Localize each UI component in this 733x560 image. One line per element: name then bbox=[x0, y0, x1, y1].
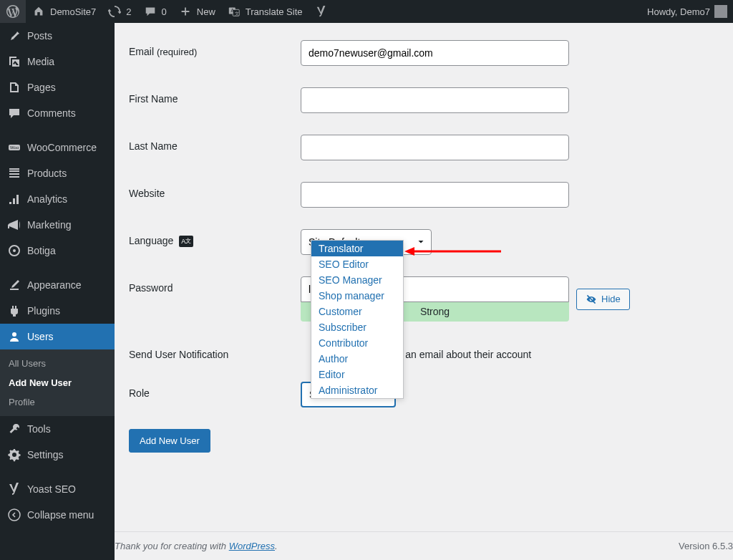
menu-media[interactable]: Media bbox=[0, 49, 115, 74]
submenu-all-users[interactable]: All Users bbox=[0, 354, 115, 373]
admin-sidebar: Posts Media Pages Comments WooWooCommerc… bbox=[0, 23, 115, 560]
collapse-menu[interactable]: Collapse menu bbox=[0, 502, 115, 528]
menu-plugins[interactable]: Plugins bbox=[0, 298, 115, 324]
menu-users[interactable]: Users bbox=[0, 324, 115, 349]
last-name-input[interactable] bbox=[301, 135, 569, 160]
role-option-author[interactable]: Author bbox=[311, 351, 403, 367]
tools-icon bbox=[7, 422, 21, 436]
menu-yoast[interactable]: Yoast SEO bbox=[0, 476, 115, 502]
hide-password-button[interactable]: Hide bbox=[576, 289, 630, 310]
add-new-user-button[interactable]: Add New User bbox=[129, 429, 210, 453]
wordpress-icon bbox=[6, 4, 20, 19]
menu-posts[interactable]: Posts bbox=[0, 23, 115, 49]
translation-icon: A文 bbox=[179, 236, 193, 247]
role-label: Role bbox=[129, 382, 301, 399]
avatar-icon bbox=[714, 5, 727, 18]
menu-marketing[interactable]: Marketing bbox=[0, 212, 115, 238]
yoast-icon bbox=[314, 4, 329, 19]
role-option-customer[interactable]: Customer bbox=[311, 304, 403, 319]
role-option-seo-editor[interactable]: SEO Editor bbox=[311, 256, 403, 272]
updates-count: 2 bbox=[126, 6, 131, 17]
svg-point-9 bbox=[9, 509, 20, 521]
my-account[interactable]: Howdy, Demo7 bbox=[641, 0, 733, 23]
main-content: Email (required) First Name Last Name We… bbox=[115, 23, 733, 560]
translate-icon: A文 bbox=[227, 4, 241, 19]
appearance-icon bbox=[7, 278, 21, 292]
settings-icon bbox=[7, 448, 21, 462]
woocommerce-icon: Woo bbox=[7, 140, 21, 155]
yoast-toolbar[interactable] bbox=[309, 0, 334, 23]
comment-icon bbox=[143, 4, 157, 19]
version-label: Version 6.5.3 bbox=[679, 541, 733, 551]
howdy-label: Howdy, Demo7 bbox=[647, 6, 710, 17]
new-label: New bbox=[197, 6, 215, 17]
admin-toolbar: DemoSite7 2 0 New A文 Translate Site Howd… bbox=[0, 0, 733, 23]
botiga-icon bbox=[7, 243, 21, 258]
svg-point-8 bbox=[12, 332, 16, 337]
translate-label: Translate Site bbox=[246, 6, 303, 17]
users-submenu: All Users Add New User Profile bbox=[0, 349, 115, 416]
last-name-label: Last Name bbox=[129, 135, 301, 152]
collapse-icon bbox=[7, 508, 21, 522]
yoast-menu-icon bbox=[7, 482, 21, 496]
email-label: Email (required) bbox=[129, 40, 301, 57]
menu-products[interactable]: Products bbox=[0, 160, 115, 186]
role-option-editor[interactable]: Editor bbox=[311, 367, 403, 382]
notification-label: Send User Notification bbox=[129, 343, 301, 360]
media-icon bbox=[7, 54, 21, 69]
pin-icon bbox=[7, 29, 21, 43]
comments-icon bbox=[7, 106, 21, 120]
eye-slash-icon bbox=[586, 294, 597, 305]
comments-count: 0 bbox=[162, 6, 167, 17]
products-icon bbox=[7, 166, 21, 180]
updates[interactable]: 2 bbox=[102, 0, 137, 23]
site-name-label: DemoSite7 bbox=[50, 6, 96, 17]
annotation-arrow bbox=[404, 246, 505, 257]
menu-comments[interactable]: Comments bbox=[0, 100, 115, 126]
first-name-input[interactable] bbox=[301, 87, 569, 113]
svg-marker-12 bbox=[404, 247, 414, 256]
update-icon bbox=[107, 4, 122, 19]
role-option-seo-manager[interactable]: SEO Manager bbox=[311, 272, 403, 288]
analytics-icon bbox=[7, 192, 21, 206]
translate-site[interactable]: A文 Translate Site bbox=[221, 0, 309, 23]
comments[interactable]: 0 bbox=[137, 0, 173, 23]
wp-logo[interactable] bbox=[0, 0, 26, 23]
email-input[interactable] bbox=[301, 40, 569, 66]
website-input[interactable] bbox=[301, 182, 569, 208]
role-option-shop-manager[interactable]: Shop manager bbox=[311, 288, 403, 304]
wordpress-link[interactable]: WordPress bbox=[229, 541, 275, 551]
pages-icon bbox=[7, 80, 21, 95]
menu-woocommerce[interactable]: WooWooCommerce bbox=[0, 135, 115, 160]
submenu-profile[interactable]: Profile bbox=[0, 392, 115, 412]
menu-appearance[interactable]: Appearance bbox=[0, 272, 115, 298]
plus-icon bbox=[178, 4, 193, 19]
role-option-translator[interactable]: Translator bbox=[311, 241, 403, 256]
users-icon bbox=[7, 329, 21, 344]
first-name-label: First Name bbox=[129, 87, 301, 105]
website-label: Website bbox=[129, 182, 301, 199]
role-option-contributor[interactable]: Contributor bbox=[311, 335, 403, 351]
submenu-add-new-user[interactable]: Add New User bbox=[0, 373, 115, 392]
menu-botiga[interactable]: Botiga bbox=[0, 238, 115, 264]
language-label: Language A文 bbox=[129, 229, 301, 247]
menu-pages[interactable]: Pages bbox=[0, 74, 115, 100]
site-name[interactable]: DemoSite7 bbox=[26, 0, 102, 23]
plugins-icon bbox=[7, 304, 21, 318]
role-option-administrator[interactable]: Administrator bbox=[311, 382, 403, 398]
menu-settings[interactable]: Settings bbox=[0, 442, 115, 468]
new-content[interactable]: New bbox=[173, 0, 221, 23]
svg-point-7 bbox=[13, 249, 16, 252]
password-label: Password bbox=[129, 276, 301, 294]
menu-tools[interactable]: Tools bbox=[0, 416, 115, 442]
marketing-icon bbox=[7, 218, 21, 232]
svg-text:Woo: Woo bbox=[10, 145, 19, 150]
svg-text:文: 文 bbox=[235, 11, 239, 16]
role-dropdown: Translator SEO Editor SEO Manager Shop m… bbox=[311, 240, 404, 399]
menu-analytics[interactable]: Analytics bbox=[0, 186, 115, 212]
home-icon bbox=[31, 4, 46, 19]
role-option-subscriber[interactable]: Subscriber bbox=[311, 319, 403, 335]
admin-footer: Thank you for creating with WordPress. V… bbox=[115, 531, 733, 560]
